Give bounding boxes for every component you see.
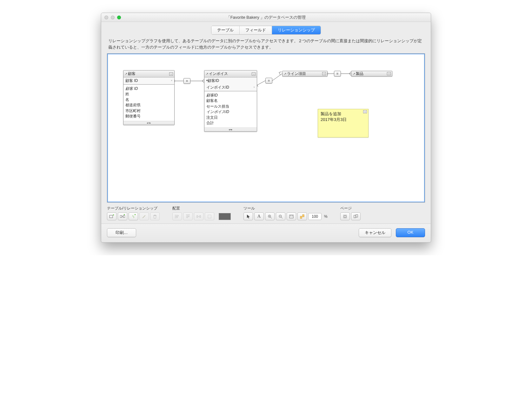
note-line2: 2017年3月3日 (321, 117, 366, 123)
add-table-button[interactable] (107, 212, 116, 220)
pointer-tool-button[interactable] (243, 212, 253, 220)
table-invoice-key1: •顧客ID (206, 78, 219, 83)
table-customer[interactable]: 顧客 顧客 ID 顧客 ID 姓 名 都道府県 市区町村 郵便番号 ◂▪▸ (123, 70, 175, 125)
tab-fields[interactable]: フィールド (240, 26, 272, 34)
group-label: テーブル/リレーションシップ (107, 206, 160, 211)
text-note-tool-button[interactable]: A (254, 212, 264, 220)
group-label: ページ (340, 206, 361, 211)
note-line1: 製品を追加 (321, 111, 366, 117)
tab-relationships[interactable]: リレーションシップ (272, 26, 321, 34)
svg-rect-10 (292, 216, 293, 216)
collapse-icon[interactable] (169, 72, 173, 76)
table-customer-key: 顧客 ID (125, 78, 138, 83)
svg-rect-15 (354, 215, 356, 218)
svg-rect-0 (110, 215, 113, 218)
svg-rect-16 (356, 215, 358, 217)
distribute-h-button[interactable] (194, 212, 203, 220)
svg-rect-4 (200, 216, 201, 217)
align-left-button[interactable] (172, 212, 182, 220)
table-product[interactable]: 製品 (351, 71, 392, 77)
group-label: ツール (243, 206, 328, 211)
group-table-relationship: テーブル/リレーションシップ (107, 206, 160, 220)
fit-window-button[interactable] (287, 212, 296, 220)
resize-button[interactable] (205, 212, 214, 220)
segmented-tabs: テーブル フィールド リレーションシップ (211, 26, 321, 35)
key-indicator-icon (254, 85, 255, 90)
svg-rect-9 (290, 216, 291, 216)
show-page-breaks-button[interactable] (297, 212, 307, 220)
collapse-icon[interactable] (387, 72, 391, 75)
join-operator-customer-invoice[interactable]: = (183, 78, 190, 84)
tool-strip: テーブル/リレーションシップ 配置 (101, 204, 431, 224)
table-invoice-title: インボイス (206, 71, 228, 77)
note-collapse-icon[interactable] (363, 110, 367, 113)
edit-button[interactable] (139, 212, 149, 220)
description-text: リレーションシップグラフを使用して、あるテーブルのデータに別のテーブルからアクセ… (101, 37, 431, 53)
titlebar[interactable]: 「Favorite Bakery 」のデータベースの管理 (101, 13, 431, 22)
window-title: 「Favorite Bakery 」のデータベースの管理 (101, 15, 431, 20)
table-invoice[interactable]: インボイス •顧客ID インボイスID 顧客ID 顧客名 セールス担当 インボイ… (204, 70, 257, 132)
table-customer-title: 顧客 (125, 71, 136, 77)
svg-rect-14 (344, 216, 346, 217)
group-tools: ツール A 100 % (243, 206, 328, 220)
svg-rect-2 (123, 216, 125, 217)
zoom-percent-label: % (324, 214, 328, 219)
canvas-note[interactable]: 製品を追加 2017年3月3日 (318, 109, 369, 137)
svg-rect-3 (197, 216, 198, 217)
svg-rect-12 (303, 215, 304, 217)
duplicate-button[interactable] (129, 212, 138, 220)
table-lineitem[interactable]: ライン項目 (282, 71, 328, 77)
svg-rect-1 (120, 216, 122, 217)
print-button[interactable]: 印刷… (107, 228, 136, 237)
table-product-title: 製品 (353, 71, 363, 77)
ok-button[interactable]: OK (396, 228, 425, 237)
page-select-button[interactable] (340, 212, 350, 220)
cancel-button[interactable]: キャンセル (359, 228, 391, 237)
key-indicator-icon (171, 78, 172, 83)
zoom-in-button[interactable] (265, 212, 275, 220)
zoom-out-button[interactable] (276, 212, 285, 220)
scroll-hint-icon[interactable]: ◂▪▸ (123, 121, 174, 125)
color-swatch[interactable] (219, 213, 231, 220)
svg-rect-11 (300, 216, 302, 218)
join-operator-lineitem-product[interactable]: = (334, 71, 341, 77)
group-arrange: 配置 (172, 206, 231, 220)
collapse-icon[interactable] (322, 72, 326, 75)
align-top-button[interactable] (183, 212, 193, 220)
manage-database-window: 「Favorite Bakery 」のデータベースの管理 テーブル フィールド … (101, 13, 431, 243)
tabbar: テーブル フィールド リレーションシップ (101, 22, 431, 37)
relationship-graph-canvas[interactable]: = = = 顧客 顧客 ID 顧客 ID 姓 名 都道府県 市区町村 郵便番号 … (107, 53, 425, 203)
tab-tables[interactable]: テーブル (211, 26, 240, 34)
collapse-icon[interactable] (252, 72, 256, 76)
group-page: ページ (340, 206, 361, 220)
table-invoice-key2: インボイスID (206, 85, 229, 90)
zoom-value-field[interactable]: 100 (308, 213, 322, 220)
scroll-hint-icon[interactable]: ◂▪▸ (204, 128, 257, 131)
svg-rect-5 (208, 215, 211, 218)
dialog-footer: 印刷… キャンセル OK (101, 224, 431, 242)
table-invoice-fields: 顧客ID 顧客名 セールス担当 インボイスID 注文日 合計 (204, 91, 257, 128)
table-lineitem-title: ライン項目 (284, 71, 306, 77)
svg-rect-8 (289, 215, 293, 218)
table-customer-fields: 顧客 ID 姓 名 都道府県 市区町村 郵便番号 (123, 84, 174, 121)
page-multi-button[interactable] (351, 212, 361, 220)
join-operator-invoice-lineitem[interactable]: = (265, 78, 272, 83)
group-label: 配置 (172, 206, 231, 211)
delete-button[interactable] (150, 212, 160, 220)
add-relationship-button[interactable] (118, 212, 127, 220)
